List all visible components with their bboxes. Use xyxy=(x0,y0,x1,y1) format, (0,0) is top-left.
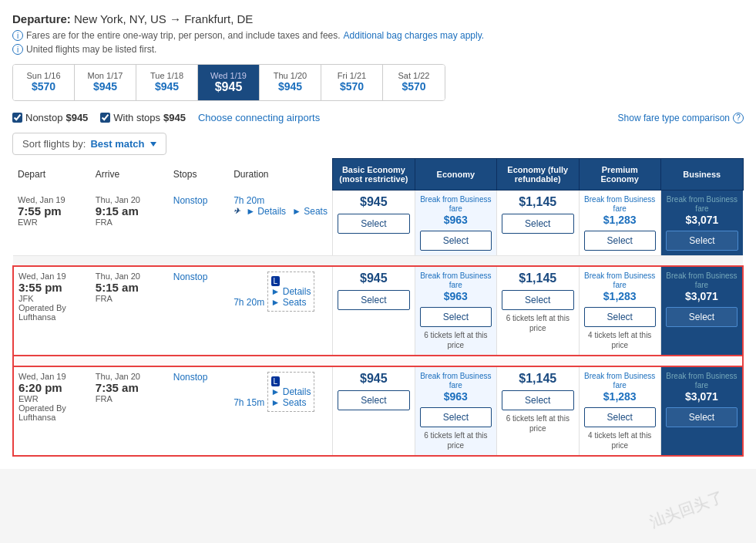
date-tab-0[interactable]: Sun 1/16$570 xyxy=(13,65,75,100)
economy-refundable-select[interactable]: Select xyxy=(502,390,573,410)
with-stops-label: With stops xyxy=(113,112,160,123)
date-tab-price: $945 xyxy=(272,80,308,93)
economy-refundable-price: $1,145 xyxy=(502,372,573,386)
date-tab-1[interactable]: Mon 1/17$945 xyxy=(75,65,136,100)
lufthansa-logo: L xyxy=(271,376,281,386)
economy-break-from: Break from Business fare xyxy=(420,272,492,290)
basic-economy-select[interactable]: Select xyxy=(338,390,409,410)
date-tab-2[interactable]: Tue 1/18$945 xyxy=(136,65,198,100)
economy-refundable-cell: $1,145 Select xyxy=(497,191,579,256)
premium-economy-cell: Break from Business fare $1,283 Select xyxy=(579,191,660,256)
economy-cell: Break from Business fare $963 Select xyxy=(415,191,496,256)
arrive-date: Thu, Jan 20 xyxy=(96,372,164,381)
main-container: Departure: New York, NY, US → Frankfurt,… xyxy=(0,0,756,469)
depart-date: Wed, Jan 19 xyxy=(18,272,86,281)
flights-table: Depart Arrive Stops Duration Basic Econo… xyxy=(12,158,744,457)
duration-cell: 7h 15m L ► Details ► Seats xyxy=(229,366,332,456)
business-select[interactable]: Select xyxy=(666,407,738,427)
duration-value: 7h 20m xyxy=(234,297,264,308)
economy-refundable-select[interactable]: Select xyxy=(502,214,573,234)
economy-refundable-cell: $1,145 Select 6 tickets left at this pri… xyxy=(497,266,579,356)
basic-economy-price: $945 xyxy=(338,272,409,285)
premium-economy-select[interactable]: Select xyxy=(584,307,656,327)
prem-tickets-left: 4 tickets left at this price xyxy=(584,430,656,450)
flight-row-1: Wed, Jan 19 7:55 pm EWR Thu, Jan 20 9:15… xyxy=(13,191,743,256)
duration-value: 7h 15m xyxy=(234,397,264,408)
premium-economy-select[interactable]: Select xyxy=(584,407,656,427)
united-notice: i United flights may be listed first. xyxy=(12,44,744,55)
basic-economy-price: $945 xyxy=(338,195,409,209)
economy-select[interactable]: Select xyxy=(420,307,492,327)
show-fare-comparison[interactable]: Show fare type comparison ? xyxy=(618,113,744,123)
nonstop-filter[interactable]: Nonstop $945 xyxy=(12,112,88,123)
with-stops-filter[interactable]: With stops $945 xyxy=(100,112,186,123)
date-tab-label: Tue 1/18 xyxy=(149,71,185,80)
basic-economy-select[interactable]: Select xyxy=(338,290,409,310)
bag-charges-link[interactable]: Additional bag charges may apply. xyxy=(344,30,485,41)
duration-cell: 7h 20m ✈ ► Details ► Seats xyxy=(229,191,332,256)
depart-time: 7:55 pm xyxy=(18,204,86,218)
arrive-airport: FRA xyxy=(96,218,164,227)
economy-cell: Break from Business fare $963 Select 6 t… xyxy=(415,366,496,456)
united-logo: ✈ xyxy=(234,207,240,215)
economy-refundable-select[interactable]: Select xyxy=(502,290,573,310)
operated-by: Operated By Lufthansa xyxy=(18,303,86,322)
date-tab-4[interactable]: Thu 1/20$945 xyxy=(260,65,321,100)
business-select[interactable]: Select xyxy=(666,231,738,251)
basic-economy-select[interactable]: Select xyxy=(338,214,409,234)
economy-select[interactable]: Select xyxy=(420,407,492,427)
business-select[interactable]: Select xyxy=(666,307,738,327)
nonstop-checkbox[interactable] xyxy=(12,113,22,123)
col-stops: Stops xyxy=(169,159,229,191)
depart-airport: JFK xyxy=(18,294,86,303)
date-tab-price: $945 xyxy=(210,80,247,94)
united-notice-text: United flights may be listed first. xyxy=(26,44,156,55)
filter-left: Nonstop $945 With stops $945 Choose conn… xyxy=(12,112,320,123)
economy-refundable-price: $1,145 xyxy=(502,195,573,209)
economy-price: $963 xyxy=(420,214,492,226)
flight-row-2: Wed, Jan 19 3:55 pm JFK Operated By Luft… xyxy=(13,266,743,356)
with-stops-price: $945 xyxy=(163,112,186,123)
departure-route: New York, NY, US → Frankfurt, DE xyxy=(74,12,253,25)
economy-break-from: Break from Business fare xyxy=(420,195,492,214)
seats-link[interactable]: ► Seats xyxy=(271,397,311,408)
date-tab-label: Wed 1/19 xyxy=(210,71,247,80)
biz-break-from: Break from Business fare xyxy=(666,272,738,290)
arrive-date: Thu, Jan 20 xyxy=(96,195,164,204)
prem-break-from: Break from Business fare xyxy=(584,272,656,290)
basic-economy-cell: $945 Select xyxy=(333,366,415,456)
with-stops-checkbox[interactable] xyxy=(100,113,110,123)
business-price: $3,071 xyxy=(666,390,738,403)
economy-select[interactable]: Select xyxy=(420,231,492,251)
col-duration: Duration xyxy=(229,159,332,191)
date-tab-3[interactable]: Wed 1/19$945 xyxy=(198,65,260,100)
details-link[interactable]: ► Details xyxy=(271,386,311,397)
help-icon: ? xyxy=(733,113,744,123)
date-tab-label: Sun 1/16 xyxy=(25,71,62,80)
seats-link[interactable]: ► Seats xyxy=(292,206,328,217)
choose-airports-link[interactable]: Choose connecting airports xyxy=(198,112,320,123)
details-link[interactable]: ► Details xyxy=(271,286,311,297)
info-icon: i xyxy=(12,30,23,41)
details-link[interactable]: ► Details xyxy=(246,206,286,217)
economy-price: $963 xyxy=(420,290,492,302)
stops-cell: Nonstop xyxy=(169,191,229,256)
sort-button[interactable]: Sort flights by: Best match xyxy=(12,133,166,155)
date-tab-label: Sat 1/22 xyxy=(395,71,432,80)
stops-cell: Nonstop xyxy=(169,366,229,456)
col-premium-economy: Premium Economy xyxy=(579,159,660,191)
prem-break-from: Break from Business fare xyxy=(584,372,656,390)
duration-value: 7h 20m xyxy=(234,195,264,206)
premium-economy-select[interactable]: Select xyxy=(584,231,656,251)
sort-dropdown-icon xyxy=(150,142,156,147)
date-tab-price: $945 xyxy=(87,80,123,93)
date-tab-6[interactable]: Sat 1/22$570 xyxy=(383,65,445,100)
col-business: Business xyxy=(660,159,743,191)
date-tab-label: Fri 1/21 xyxy=(334,71,370,80)
premium-economy-cell: Break from Business fare $1,283 Select 4… xyxy=(579,366,660,456)
date-tab-5[interactable]: Fri 1/21$570 xyxy=(321,65,383,100)
prem-tickets-left: 4 tickets left at this price xyxy=(584,330,656,350)
eco-ref-tickets-left: 6 tickets left at this price xyxy=(502,413,573,433)
show-fare-label: Show fare type comparison xyxy=(618,113,730,123)
seats-link[interactable]: ► Seats xyxy=(271,297,311,308)
